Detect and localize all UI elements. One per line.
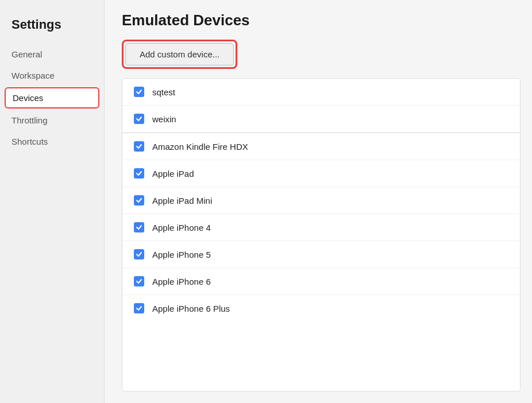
list-item[interactable]: Apple iPhone 5 [122, 241, 520, 268]
device-label-apple-iphone-4: Apple iPhone 4 [152, 223, 211, 232]
list-item[interactable]: Apple iPad [122, 160, 520, 187]
page-title: Emulated Devices [122, 11, 532, 29]
device-checkbox-weixin[interactable] [134, 114, 144, 124]
device-label-sqtest: sqtest [152, 87, 175, 97]
device-checkbox-amazon-kindle[interactable] [134, 141, 144, 152]
device-label-apple-iphone-5: Apple iPhone 5 [152, 250, 211, 259]
sidebar-title: Settings [0, 11, 104, 44]
list-item[interactable]: Apple iPhone 4 [122, 214, 520, 241]
sidebar-item-general[interactable]: General [0, 44, 104, 65]
sidebar-item-throttling[interactable]: Throttling [0, 110, 104, 131]
sidebar-item-devices[interactable]: Devices [5, 87, 99, 108]
device-checkbox-apple-iphone-4[interactable] [134, 222, 144, 232]
add-device-highlight: Add custom device... [122, 40, 237, 69]
devices-list: sqtest weixin Amazon Kindle Fire HDX [122, 78, 521, 392]
sidebar-item-workspace[interactable]: Workspace [0, 65, 104, 86]
add-custom-device-button[interactable]: Add custom device... [125, 43, 234, 65]
device-label-amazon-kindle: Amazon Kindle Fire HDX [152, 142, 248, 152]
list-item[interactable]: Apple iPhone 6 [122, 268, 520, 295]
device-label-apple-ipad-mini: Apple iPad Mini [152, 196, 212, 206]
list-item[interactable]: Apple iPad Mini [122, 187, 520, 214]
device-label-apple-ipad: Apple iPad [152, 169, 194, 179]
device-checkbox-sqtest[interactable] [134, 87, 144, 97]
list-item[interactable]: sqtest [122, 79, 520, 106]
device-checkbox-apple-ipad[interactable] [134, 168, 144, 179]
main-content: Emulated Devices Add custom device... sq… [105, 0, 532, 403]
list-item[interactable]: Amazon Kindle Fire HDX [122, 133, 520, 160]
device-label-apple-iphone-6: Apple iPhone 6 [152, 277, 211, 286]
device-checkbox-apple-iphone-5[interactable] [134, 249, 144, 259]
device-checkbox-apple-ipad-mini[interactable] [134, 195, 144, 206]
device-label-apple-iphone-6-plus: Apple iPhone 6 Plus [152, 304, 230, 313]
sidebar: Settings General Workspace Devices Throt… [0, 0, 105, 403]
list-item[interactable]: weixin [122, 106, 520, 133]
device-checkbox-apple-iphone-6[interactable] [134, 276, 144, 286]
list-item[interactable]: Apple iPhone 6 Plus [122, 295, 520, 321]
device-checkbox-apple-iphone-6-plus[interactable] [134, 303, 144, 313]
device-label-weixin: weixin [152, 114, 176, 124]
sidebar-item-shortcuts[interactable]: Shortcuts [0, 131, 104, 152]
